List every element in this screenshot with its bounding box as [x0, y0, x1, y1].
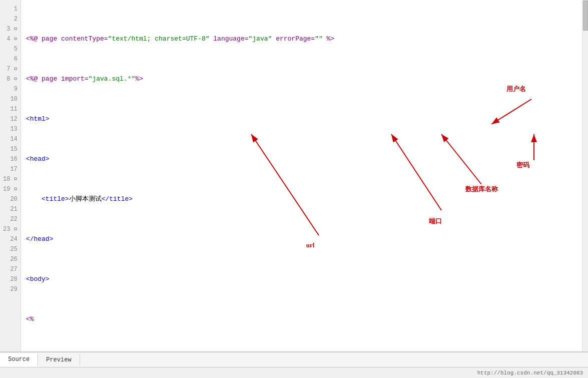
code-line-7: <body>	[26, 274, 588, 284]
annotation-dbname-label: 数据库名称	[465, 184, 498, 194]
code-line-4: <head>	[26, 154, 588, 164]
code-line-1: <%@ page contentType="text/html; charset…	[26, 34, 588, 44]
annotations-overlay: url 端口 数据库名称 用户名 密码	[21, 0, 588, 351]
annotation-username-label: 用户名	[506, 84, 526, 94]
status-bar: http://blog.csdn.net/qq_31342083	[0, 367, 588, 378]
bottom-bar: Source Preview	[0, 352, 588, 367]
line-numbers: 1 2 3 ⊖ 4 ⊖ 5 6 7 ⊖ 8 ⊖ 9 10 11 12 13 14…	[0, 0, 21, 351]
tab-preview[interactable]: Preview	[38, 354, 80, 366]
code-line-8: <%	[26, 314, 588, 324]
code-line-2: <%@ page import="java.sql.*"%>	[26, 74, 588, 84]
svg-line-1	[251, 134, 319, 235]
code-line-6: </head>	[26, 234, 588, 244]
vertical-scrollbar[interactable]	[582, 0, 588, 351]
annotation-arrows	[21, 0, 588, 351]
status-url: http://blog.csdn.net/qq_31342083	[477, 370, 583, 376]
code-line-3: <html>	[26, 114, 588, 124]
code-line-5: <title>小脚本测试</title>	[26, 194, 588, 204]
tab-source[interactable]: Source	[0, 353, 38, 366]
scrollbar-thumb[interactable]	[583, 1, 588, 31]
annotation-port-label: 端口	[429, 216, 442, 226]
editor-area: 1 2 3 ⊖ 4 ⊖ 5 6 7 ⊖ 8 ⊖ 9 10 11 12 13 14…	[0, 0, 588, 352]
code-content[interactable]: <%@ page contentType="text/html; charset…	[21, 0, 588, 351]
